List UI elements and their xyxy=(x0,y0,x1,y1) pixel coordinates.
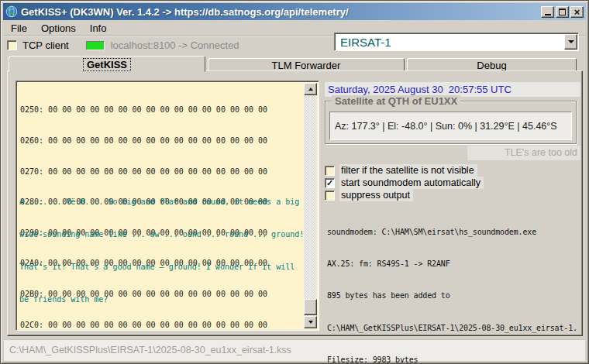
suppress-output-label[interactable]: suppress output xyxy=(339,189,413,201)
tle-warning: TLE's are too old xyxy=(467,146,580,160)
decoded-line: wide-sounding name like ... ow ... ound … xyxy=(19,229,304,240)
log-line: 895 bytes has been added to xyxy=(327,290,577,301)
app-window: GetKISS+ (DK3WN) Ver. 1.4.2 -> https://d… xyxy=(0,0,589,364)
tab-debug[interactable]: Debug xyxy=(407,58,577,71)
autostart-soundmodem-label[interactable]: start soundmodem automatically xyxy=(339,177,484,189)
scroll-down-button[interactable] xyxy=(304,316,317,328)
log-line: soundmodem: C:\HAM\SM\eirsat\hs_soundmod… xyxy=(327,227,577,238)
decoded-line: A.........Yë.H.... So big and flat and r… xyxy=(19,197,304,208)
tab-tlm-forwarder-label: TLM Forwarder xyxy=(272,60,341,71)
autostart-soundmodem-checkbox[interactable] xyxy=(325,178,335,188)
maximize-button[interactable] xyxy=(556,6,569,18)
scrollbar-thumb[interactable] xyxy=(304,299,317,315)
suppress-output-checkbox-row: suppress output xyxy=(325,189,413,201)
status-file-path: C:\HAM\_GetKISSPlus\EIRSAT-1\2025-08-30_… xyxy=(9,345,291,355)
decoded-line: be friends with me? xyxy=(19,294,304,305)
tab-tlm-forwarder[interactable]: TLM Forwarder xyxy=(208,58,405,71)
decoded-message: A.........Yë.H.... So big and flat and r… xyxy=(19,175,304,327)
tcp-client-row: TCP client localhost:8100 -> Connected xyxy=(7,39,239,51)
connection-led-icon xyxy=(86,41,105,50)
log-line: AX.25: fm: RS49S-1 -> R2ANF xyxy=(327,259,577,270)
filter-visibility-checkbox[interactable] xyxy=(325,166,335,176)
globe-app-icon xyxy=(5,5,18,18)
close-button[interactable]: × xyxy=(570,6,584,18)
title-bar: GetKISS+ (DK3WN) Ver. 1.4.2 -> https://d… xyxy=(3,3,586,20)
satellite-select-dropdown-button[interactable] xyxy=(564,34,577,50)
chevron-down-icon xyxy=(568,40,574,43)
connection-status: localhost:8100 -> Connected xyxy=(111,39,239,51)
arrow-up-icon xyxy=(308,88,313,91)
hex-line: 0250: 00 00 00 00 00 00 00 00 00 00 00 0… xyxy=(20,105,267,115)
minimize-button[interactable] xyxy=(541,6,554,18)
vertical-scrollbar[interactable] xyxy=(304,83,317,328)
kiss-output-textarea[interactable]: 0250: 00 00 00 00 00 00 00 00 00 00 00 0… xyxy=(16,81,319,331)
tcp-client-label: TCP client xyxy=(22,39,69,51)
maximize-icon xyxy=(559,9,566,15)
filter-visibility-label[interactable]: filter if the satellite is not visible xyxy=(339,164,477,177)
session-log: soundmodem: C:\HAM\SM\eirsat\hs_soundmod… xyxy=(327,205,577,364)
arrow-down-icon xyxy=(308,321,313,324)
satellite-groupbox: Satellite at QTH of EU1XX Az: 177.3° | E… xyxy=(325,101,577,144)
satellite-select[interactable]: EIRSAT-1 xyxy=(334,33,579,51)
satellite-select-value: EIRSAT-1 xyxy=(335,36,564,49)
autostart-soundmodem-checkbox-row: start soundmodem automatically xyxy=(325,177,484,189)
satellite-groupbox-title: Satellite at QTH of EU1XX xyxy=(332,95,460,107)
tab-getkiss[interactable]: GetKISS xyxy=(9,56,205,72)
menu-bar: File Options Info xyxy=(4,21,113,36)
minimize-icon xyxy=(545,14,551,15)
hex-line: 0260: 00 00 00 00 00 00 00 00 00 00 00 0… xyxy=(20,136,267,146)
filter-visibility-checkbox-row: filter if the satellite is not visible xyxy=(325,164,477,177)
satellite-position-info: Az: 177.3° | El: -48.0° | Sun: 0% | 31.2… xyxy=(329,112,572,140)
log-line: C:\HAM\_GetKISSPlus\EIRSAT-1\2025-08-30_… xyxy=(327,323,577,334)
tab-page-getkiss: 0250: 00 00 00 00 00 00 00 00 00 00 00 0… xyxy=(7,70,583,336)
suppress-output-checkbox[interactable] xyxy=(325,191,335,201)
scroll-up-button[interactable] xyxy=(304,83,317,95)
decoded-line: That’s it! That’s a good name — ground! … xyxy=(19,262,304,273)
tab-debug-label: Debug xyxy=(477,60,506,71)
tcp-client-checkbox[interactable] xyxy=(7,40,17,50)
close-icon: × xyxy=(574,8,580,16)
log-line: Filesize: 9983 bytes xyxy=(327,355,577,364)
menu-item-file[interactable]: File xyxy=(4,21,34,36)
window-title: GetKISS+ (DK3WN) Ver. 1.4.2 -> https://d… xyxy=(21,6,539,18)
menu-item-info[interactable]: Info xyxy=(83,21,114,36)
menu-item-options[interactable]: Options xyxy=(34,21,83,36)
tab-getkiss-label: GetKISS xyxy=(83,58,131,71)
